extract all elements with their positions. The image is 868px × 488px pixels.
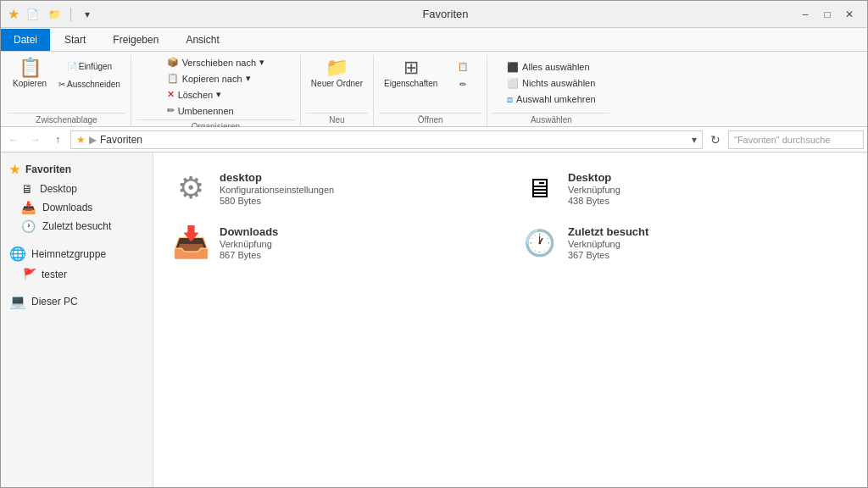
einfuegen-label: Einfügen <box>79 62 112 71</box>
neuer-ordner-button[interactable]: 📁 Neuer Ordner <box>306 55 368 92</box>
clock-photo-icon: 🕐 <box>524 228 555 258</box>
sidebar-heimnetz-header[interactable]: 🌐 Heimnetzgruppe <box>1 242 153 265</box>
new-folder-icon: 📁 <box>326 58 348 77</box>
tab-freigeben[interactable]: Freigeben <box>100 29 171 51</box>
up-button[interactable]: ↑ <box>48 130 67 149</box>
forward-button[interactable]: → <box>26 130 45 149</box>
desktop-shortcut-icon: 🖥 <box>526 173 553 204</box>
copy-to-icon: 📋 <box>167 73 179 84</box>
umbenennen-label: Umbenennen <box>178 106 234 116</box>
network-icon: 🌐 <box>9 246 26 262</box>
select-all-icon: ⬛ <box>507 62 519 73</box>
oeffnen-extra-btn2[interactable]: ✏ <box>444 76 481 92</box>
sidebar-downloads-label: Downloads <box>42 202 92 214</box>
file-item-desktop-shortcut[interactable]: 🖥 Desktop Verknüpfung 438 Bytes <box>510 161 859 215</box>
umbenennen-button[interactable]: ✏ Umbenennen <box>162 103 239 118</box>
auswahl-umkehren-button[interactable]: ⧈ Auswahl umkehren <box>502 92 601 107</box>
ribbon-group-oeffnen: ⊞ Eigenschaften 📋 ✏ Öffnen <box>374 55 487 126</box>
sidebar-header-favoriten[interactable]: ★ Favoriten <box>1 159 153 180</box>
zwischenablage-items: 📋 Kopieren 📄 Einfügen ✂ Ausschneiden <box>8 55 125 111</box>
titlebar-star-icon: ★ <box>8 6 19 22</box>
titlebar-dropdown[interactable]: ▾ <box>78 5 97 24</box>
address-path[interactable]: ★ ▶ Favoriten ▾ <box>70 130 703 149</box>
ribbon-group-organisieren: 📦 Verschieben nach ▾ 📋 Kopieren nach ▾ ✕… <box>131 55 301 126</box>
select-none-icon: ⬜ <box>507 78 519 89</box>
eigenschaften-label: Eigenschaften <box>384 79 437 88</box>
titlebar: ★ 📄 📁 ▾ Favoriten – □ ✕ <box>1 1 867 28</box>
loeschen-label: Löschen <box>178 90 214 100</box>
loeschen-button[interactable]: ✕ Löschen ▾ <box>162 87 227 102</box>
copy-icon: 📋 <box>19 58 42 77</box>
back-button[interactable]: ← <box>4 130 23 149</box>
file-item-desktop-config[interactable]: ⚙ desktop Konfigurationseinstellungen 58… <box>162 161 510 215</box>
file-info-desktop-config: desktop Konfigurationseinstellungen 580 … <box>220 171 334 206</box>
file-item-downloads[interactable]: 📥 Downloads Verknüpfung 867 Bytes <box>162 215 510 269</box>
main-content: ★ Favoriten 🖥 Desktop 📥 Downloads 🕐 Zule… <box>1 152 867 487</box>
nichts-label: Nichts auswählen <box>522 78 595 88</box>
sidebar-item-desktop[interactable]: 🖥 Desktop <box>1 180 153 198</box>
file-size-desktop-shortcut: 438 Bytes <box>568 196 620 206</box>
file-info-zuletzt: Zuletzt besucht Verknüpfung 367 Bytes <box>568 225 648 260</box>
invert-icon: ⧈ <box>507 94 513 105</box>
favoriten-star-icon: ★ <box>9 163 20 176</box>
eigenschaften-button[interactable]: ⊞ Eigenschaften <box>379 55 442 92</box>
search-placeholder: "Favoriten" durchsuche <box>734 135 831 145</box>
neu-label: Neu <box>306 113 368 126</box>
sidebar-item-zuletzt[interactable]: 🕐 Zuletzt besucht <box>1 217 153 236</box>
nichts-auswaehlen-button[interactable]: ⬜ Nichts auswählen <box>502 76 600 91</box>
ribbon-tab-bar: Datei Start Freigeben Ansicht <box>1 28 867 52</box>
maximize-button[interactable]: □ <box>816 5 838 24</box>
kopieren-button[interactable]: 📋 Kopieren <box>8 55 52 92</box>
verschieben-label: Verschieben nach <box>182 58 256 68</box>
user-icon: 🚩 <box>23 268 36 280</box>
minimize-button[interactable]: – <box>794 5 816 24</box>
refresh-button[interactable]: ↻ <box>706 130 725 149</box>
ribbon-group-zwischenablage: 📋 Kopieren 📄 Einfügen ✂ Ausschneiden <box>3 55 131 126</box>
sidebar-thispc-header[interactable]: 💻 Dieser PC <box>1 290 153 313</box>
neuer-ordner-label: Neuer Ordner <box>311 79 363 88</box>
ribbon-group-auswaehlen: ⬛ Alles auswählen ⬜ Nichts auswählen ⧈ A… <box>487 55 615 126</box>
path-dropdown-icon: ▾ <box>692 134 697 146</box>
paste-icon: 📄 <box>67 62 77 71</box>
file-name-downloads: Downloads <box>220 225 278 238</box>
sidebar: ★ Favoriten 🖥 Desktop 📥 Downloads 🕐 Zule… <box>1 152 153 487</box>
file-name-desktop-config: desktop <box>220 171 334 184</box>
rename-icon: ✏ <box>167 105 175 116</box>
sidebar-desktop-label: Desktop <box>40 183 77 195</box>
file-type-zuletzt: Verknüpfung <box>568 239 648 249</box>
file-icon-desktop-shortcut: 🖥 <box>519 168 559 208</box>
sidebar-tester-label: tester <box>42 269 67 280</box>
file-item-zuletzt[interactable]: 🕐 Zuletzt besucht Verknüpfung 367 Bytes <box>510 215 859 269</box>
path-star-icon: ★ <box>76 134 86 146</box>
kopieren-nach-button[interactable]: 📋 Kopieren nach ▾ <box>162 71 256 86</box>
tab-datei[interactable]: Datei <box>1 29 50 51</box>
tab-start[interactable]: Start <box>52 29 98 51</box>
window-title: Favoriten <box>97 8 794 20</box>
sidebar-heimnetz-label: Heimnetzgruppe <box>31 248 106 260</box>
alles-auswaehlen-button[interactable]: ⬛ Alles auswählen <box>502 60 595 75</box>
einfuegen-button[interactable]: 📄 Einfügen <box>53 58 125 75</box>
recent-icon: 🕐 <box>21 219 36 233</box>
titlebar-folder-icon[interactable]: 📁 <box>45 5 64 24</box>
delete-icon: ✕ <box>167 89 175 100</box>
window-controls: – □ ✕ <box>794 5 860 24</box>
verschieben-button[interactable]: 📦 Verschieben nach ▾ <box>162 55 270 69</box>
cut-button[interactable]: ✂ Ausschneiden <box>53 76 125 92</box>
sidebar-user-tester[interactable]: 🚩 tester <box>1 265 153 283</box>
open-extra-icon1: 📋 <box>458 62 468 71</box>
oeffnen-label: Öffnen <box>379 113 481 126</box>
file-area: ⚙ desktop Konfigurationseinstellungen 58… <box>153 152 867 487</box>
downloads-icon: 📥 <box>21 201 36 214</box>
auswaehlen-label: Auswählen <box>492 113 609 126</box>
close-button[interactable]: ✕ <box>838 5 860 24</box>
open-extra-icon2: ✏ <box>459 80 466 89</box>
search-box[interactable]: "Favoriten" durchsuche <box>728 130 864 149</box>
alles-label: Alles auswählen <box>522 62 590 72</box>
oeffnen-extra-btn1[interactable]: 📋 <box>444 58 481 75</box>
sidebar-favoriten-label: Favoriten <box>25 164 71 175</box>
sidebar-item-downloads[interactable]: 📥 Downloads <box>1 198 153 217</box>
tab-ansicht[interactable]: Ansicht <box>173 29 231 51</box>
file-icon-desktop-config: ⚙ <box>170 168 211 208</box>
titlebar-page-icon[interactable]: 📄 <box>23 5 42 24</box>
ribbon-content: 📋 Kopieren 📄 Einfügen ✂ Ausschneiden <box>1 52 867 126</box>
